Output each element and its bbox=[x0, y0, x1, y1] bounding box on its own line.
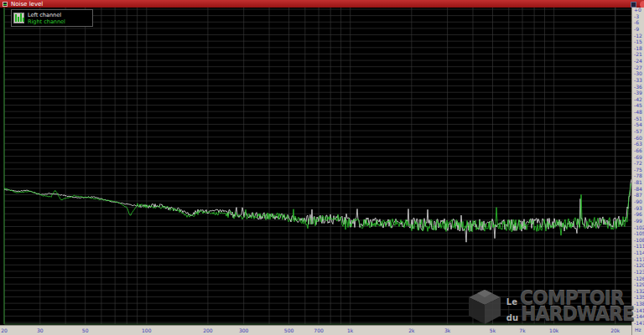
y-axis-label-strip: +0-3-6-9-12-15-18-21-24-27-30-33-36-39-4… bbox=[631, 8, 644, 335]
y-tick-label: -69 bbox=[634, 154, 642, 160]
window-title: Noise level bbox=[11, 0, 43, 7]
x-tick-label: 1k bbox=[347, 327, 353, 333]
y-tick-label: -3 bbox=[634, 13, 639, 19]
y-tick-label: -144 bbox=[634, 313, 644, 319]
y-tick-label: -114 bbox=[634, 250, 644, 255]
y-tick-label: -81 bbox=[634, 179, 642, 185]
y-tick-label: -96 bbox=[634, 211, 642, 217]
noise-level-window: Noise level Left channel Right channel +… bbox=[0, 0, 644, 335]
y-tick-label: -102 bbox=[634, 224, 644, 230]
window-titlebar[interactable]: Noise level bbox=[0, 0, 644, 8]
y-tick-label: -90 bbox=[634, 198, 642, 204]
x-tick-label: 20k bbox=[610, 327, 620, 333]
y-tick-label: -99 bbox=[634, 218, 642, 224]
x-tick-label: 10k bbox=[549, 327, 558, 333]
y-tick-label: -111 bbox=[634, 243, 644, 249]
y-tick-label: -51 bbox=[634, 116, 642, 121]
y-tick-label: -36 bbox=[634, 84, 642, 90]
x-tick-label: 3k bbox=[444, 327, 450, 333]
x-axis-label-strip: 2030501002003005007001k2k3k5k7k10k20k bbox=[0, 325, 631, 335]
y-tick-label: -75 bbox=[634, 167, 642, 173]
y-tick-label: -57 bbox=[634, 128, 642, 134]
y-tick-label: -30 bbox=[634, 70, 642, 76]
y-tick-label: -54 bbox=[634, 121, 642, 127]
y-tick-label: -45 bbox=[634, 102, 642, 108]
x-tick-label: 700 bbox=[314, 327, 323, 333]
y-tick-label: -12 bbox=[634, 33, 642, 39]
y-tick-label: -108 bbox=[634, 237, 644, 243]
y-tick-label: -105 bbox=[634, 230, 644, 236]
chart-grid-and-curves bbox=[0, 8, 631, 325]
x-tick-label: 30 bbox=[37, 327, 44, 333]
y-tick-label: -72 bbox=[634, 160, 642, 166]
y-tick-label: -129 bbox=[634, 281, 644, 287]
spectrum-icon bbox=[13, 13, 24, 23]
y-tick-label: -78 bbox=[634, 173, 642, 178]
noise-chart-plot-area bbox=[0, 8, 631, 325]
y-tick-label: -117 bbox=[634, 256, 644, 262]
y-tick-label: -21 bbox=[634, 51, 642, 57]
y-tick-label: -138 bbox=[634, 301, 644, 307]
x-tick-label: 2k bbox=[408, 327, 414, 333]
y-tick-label: -33 bbox=[634, 77, 642, 83]
x-tick-label: 100 bbox=[142, 327, 151, 333]
comptoir-cube-icon bbox=[467, 287, 502, 326]
y-tick-label: -87 bbox=[634, 192, 642, 198]
right-channel-curve bbox=[4, 183, 631, 235]
y-tick-label: -147 bbox=[634, 320, 644, 326]
watermark-du: du bbox=[506, 313, 518, 322]
y-tick-label: -66 bbox=[634, 147, 642, 153]
x-tick-label: 7k bbox=[519, 327, 525, 333]
y-tick-label: -132 bbox=[634, 288, 644, 294]
y-tick-label: -9 bbox=[634, 26, 639, 32]
y-tick-label: -27 bbox=[634, 64, 642, 70]
watermark-hardware: HARDWARE bbox=[521, 307, 634, 323]
legend-right-channel: Right channel bbox=[28, 18, 65, 25]
x-tick-label: 300 bbox=[239, 327, 248, 333]
chart-legend[interactable]: Left channel Right channel bbox=[11, 9, 93, 27]
watermark: Le COMPTOIR du HARDWARE bbox=[467, 287, 634, 326]
y-tick-label: -135 bbox=[634, 294, 644, 300]
y-tick-label: -60 bbox=[634, 135, 642, 141]
x-tick-label: 5k bbox=[490, 327, 496, 333]
y-tick-label: -15 bbox=[634, 39, 642, 44]
y-tick-label: -93 bbox=[634, 205, 642, 211]
app-icon bbox=[3, 2, 8, 7]
y-tick-label: -6 bbox=[634, 19, 639, 25]
y-tick-label: -123 bbox=[634, 269, 644, 275]
y-tick-label: -84 bbox=[634, 186, 642, 192]
y-tick-label: -120 bbox=[634, 262, 644, 268]
axis-unit-label: Hz bbox=[635, 327, 641, 332]
y-tick-label: -126 bbox=[634, 276, 644, 281]
y-tick-label: -42 bbox=[634, 96, 642, 102]
y-tick-label: +0 bbox=[634, 7, 641, 13]
y-tick-label: -48 bbox=[634, 109, 642, 115]
y-tick-label: -24 bbox=[634, 58, 642, 64]
x-tick-label: 50 bbox=[82, 327, 89, 333]
x-tick-label: 500 bbox=[284, 327, 293, 333]
y-tick-label: -18 bbox=[634, 45, 642, 51]
y-tick-label: -63 bbox=[634, 141, 642, 147]
y-tick-label: -141 bbox=[634, 307, 644, 313]
y-tick-label: -39 bbox=[634, 90, 642, 95]
watermark-le: Le bbox=[506, 297, 517, 307]
legend-left-channel: Left channel bbox=[28, 12, 65, 18]
x-tick-label: 20 bbox=[1, 327, 8, 333]
x-tick-label: 200 bbox=[203, 327, 212, 333]
